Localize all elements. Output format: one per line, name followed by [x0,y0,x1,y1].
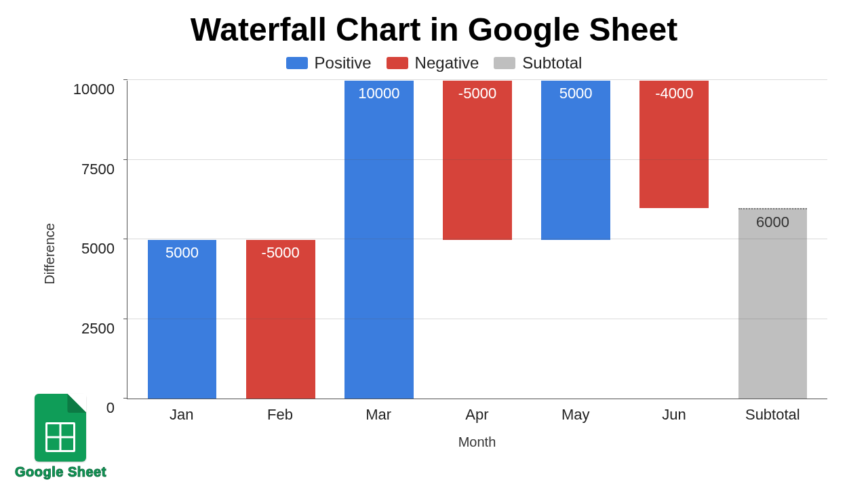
data-label: 10000 [344,85,414,102]
chart-title: Waterfall Chart in Google Sheet [41,11,827,48]
legend-item-positive: Positive [286,54,372,73]
bar-positive: 10000 [344,81,414,399]
y-axis-label: Difference [41,223,59,285]
x-tick-label: Jan [132,406,231,424]
bar-slot: 10000 [330,81,428,399]
y-tick-label: 2500 [81,320,115,338]
sheets-icon [35,394,86,462]
bar-negative: -4000 [639,81,709,399]
y-tick-label: 0 [106,399,115,417]
bar-negative: -5000 [443,81,512,399]
x-tick-label: Apr [428,406,526,424]
bar-slot: -4000 [625,81,724,399]
legend-label: Subtotal [522,54,582,73]
data-label: -5000 [246,244,315,262]
bar-slot: -5000 [231,81,330,399]
y-tick-label: 7500 [81,161,115,178]
legend-swatch-positive [286,57,308,69]
legend-label: Positive [315,54,372,73]
bars: 5000-500010000-50005000-40006000 [127,81,827,399]
x-axis-label: Month [127,434,827,450]
data-label: 5000 [541,85,610,102]
x-tick-label: Mar [330,406,428,424]
google-sheets-logo: Google Sheet [15,394,106,480]
bar-slot: 5000 [527,81,625,399]
legend-swatch-subtotal [494,57,515,69]
y-tick-label: 10000 [73,81,115,98]
x-tick-label: Subtotal [724,406,822,424]
x-tick-label: May [526,406,625,424]
data-label: 5000 [148,244,217,262]
bar-slot: -5000 [428,81,526,399]
x-tick-label: Feb [231,406,329,424]
y-axis: 100007500500025000 [64,81,121,399]
plot-area: 5000-500010000-50005000-40006000 [127,81,827,399]
legend: Positive Negative Subtotal [41,54,827,73]
plot-wrap: Difference 100007500500025000 5000-50001… [41,81,827,468]
legend-item-subtotal: Subtotal [494,54,582,73]
bar-negative: -5000 [246,81,315,399]
x-axis: JanFebMarAprMayJunSubtotal [127,399,827,424]
y-tick-label: 5000 [81,240,115,258]
legend-item-negative: Negative [387,54,479,73]
legend-swatch-negative [387,57,408,69]
bar-positive: 5000 [148,81,217,399]
bar-slot: 5000 [133,81,231,399]
bar-subtotal: 6000 [738,81,808,399]
chart-container: Waterfall Chart in Google Sheet Positive… [0,0,868,488]
data-label: -5000 [443,85,512,102]
data-label: -4000 [639,85,709,102]
legend-label: Negative [415,54,479,73]
data-label: 6000 [738,214,808,231]
bar-positive: 5000 [541,81,610,399]
logo-text: Google Sheet [15,464,106,480]
x-tick-label: Jun [625,406,723,424]
bar-slot: 6000 [724,81,822,399]
